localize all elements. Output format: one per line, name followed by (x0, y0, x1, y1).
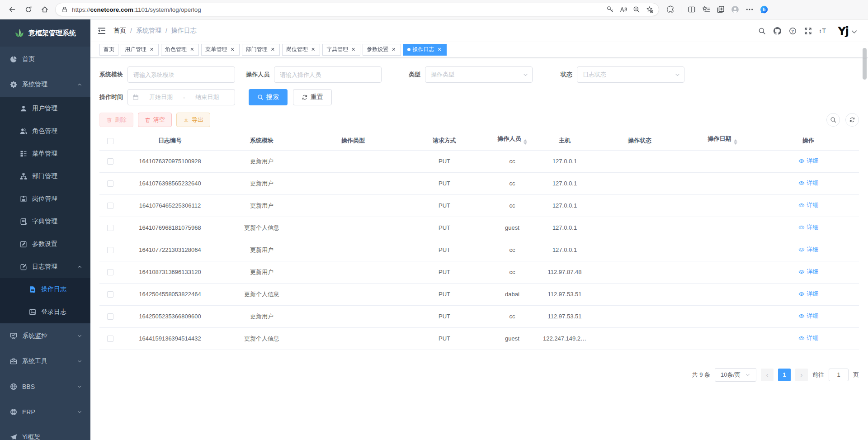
tab-2[interactable]: 用户管理✕ (121, 44, 159, 56)
reset-button[interactable]: 重置 (293, 89, 332, 105)
close-tab-icon[interactable]: ✕ (189, 47, 195, 52)
col-label: 操作日期 (708, 135, 731, 142)
row-checkbox[interactable] (107, 269, 113, 275)
close-tab-icon[interactable]: ✕ (437, 47, 443, 52)
breadcrumb-item[interactable]: 首页 (113, 27, 126, 35)
sort-carets-icon[interactable] (524, 137, 527, 147)
detail-link[interactable]: 详细 (798, 157, 819, 165)
row-checkbox[interactable] (107, 203, 113, 209)
back-button[interactable] (5, 2, 20, 17)
page-size-select[interactable]: 10条/页 (715, 368, 756, 382)
row-checkbox[interactable] (107, 247, 113, 253)
sidebar-item-role-mgmt[interactable]: 角色管理 (0, 120, 90, 142)
close-tab-icon[interactable]: ✕ (149, 47, 155, 52)
collections-icon[interactable] (717, 5, 725, 14)
date-range-picker[interactable]: 开始日期 - 结束日期 (127, 89, 235, 105)
type-select[interactable]: 操作类型 (425, 66, 533, 83)
sidebar-item-oper-log[interactable]: 操作日志 (0, 278, 90, 301)
tab-8[interactable]: 参数设置✕ (363, 44, 401, 56)
col-date[interactable]: 操作日期 (687, 132, 758, 150)
end-date-placeholder: 结束日期 (189, 93, 225, 101)
row-checkbox[interactable] (107, 313, 113, 320)
detail-link[interactable]: 详细 (798, 179, 819, 187)
tab-4[interactable]: 菜单管理✕ (201, 44, 239, 56)
col-operator[interactable]: 操作人员 (487, 132, 537, 150)
fullscreen-icon[interactable] (804, 27, 812, 35)
detail-link[interactable]: 详细 (798, 201, 819, 209)
export-button[interactable]: 导出 (176, 113, 210, 127)
row-checkbox[interactable] (107, 158, 113, 165)
calendar-icon (132, 94, 139, 100)
next-page-button[interactable]: › (795, 369, 808, 381)
detail-link[interactable]: 详细 (798, 290, 819, 298)
sidebar-item-bbs[interactable]: BBS (0, 374, 90, 399)
status-select[interactable]: 日志状态 (577, 66, 684, 83)
detail-link[interactable]: 详细 (798, 223, 819, 232)
detail-link[interactable]: 详细 (798, 268, 819, 276)
detail-link[interactable]: 详细 (798, 312, 819, 320)
split-screen-icon[interactable] (688, 5, 696, 14)
table-row: 1641076968181075968更新个人信息PUTguest127.0.0… (99, 217, 859, 239)
delete-button[interactable]: 删除 (99, 113, 133, 127)
page-number-1[interactable]: 1 (778, 369, 791, 381)
row-checkbox[interactable] (107, 180, 113, 187)
sidebar-item-yi-framework[interactable]: Yi框架 (0, 425, 90, 440)
goto-page-input[interactable] (829, 369, 849, 381)
tab-1[interactable]: 首页 (99, 44, 118, 56)
module-input[interactable] (127, 66, 235, 83)
close-tab-icon[interactable]: ✕ (391, 47, 396, 52)
detail-link[interactable]: 详细 (798, 334, 819, 342)
sidebar-item-dept-mgmt[interactable]: 部门管理 (0, 165, 90, 188)
sidebar-toggle-icon[interactable] (97, 26, 106, 35)
sort-carets-icon[interactable] (734, 137, 737, 147)
sidebar-item-dict-mgmt[interactable]: 字典管理 (0, 210, 90, 233)
sidebar-item-post-mgmt[interactable]: 岗位管理 (0, 188, 90, 210)
user-menu[interactable]: Yj (838, 25, 858, 37)
sidebar-item-param-settings[interactable]: 参数设置 (0, 233, 90, 255)
profile-icon[interactable] (731, 5, 739, 14)
sidebar-item-erp[interactable]: ERP (0, 399, 90, 425)
sidebar-item-system-mgmt[interactable]: 系统管理 (0, 72, 90, 97)
toolbar-divider (681, 5, 681, 14)
close-tab-icon[interactable]: ✕ (350, 47, 356, 52)
prev-page-button[interactable]: ‹ (761, 369, 774, 381)
select-all-checkbox[interactable] (107, 138, 113, 144)
bing-icon[interactable]: b (760, 5, 768, 14)
refresh-button[interactable] (21, 2, 36, 17)
sidebar-item-menu-mgmt[interactable]: 菜单管理 (0, 142, 90, 165)
sidebar-item-system-tools[interactable]: 系统工具 (0, 349, 90, 374)
extensions-icon[interactable] (666, 5, 675, 14)
font-size-icon[interactable]: tT (820, 27, 827, 35)
row-checkbox[interactable] (107, 291, 113, 298)
more-icon[interactable] (745, 5, 754, 14)
sidebar-item-user-mgmt[interactable]: 用户管理 (0, 97, 90, 120)
refresh-table-button[interactable] (845, 113, 859, 127)
sidebar-item-home[interactable]: 首页 (0, 47, 90, 72)
clear-button[interactable]: 清空 (138, 113, 172, 127)
tab-7[interactable]: 字典管理✕ (322, 44, 360, 56)
address-bar[interactable]: https://ccnetcore.com:1101/system/log/op… (55, 3, 659, 16)
help-icon[interactable]: ? (789, 27, 797, 35)
close-tab-icon[interactable]: ✕ (310, 47, 316, 52)
tab-9[interactable]: 操作日志✕ (403, 44, 447, 56)
close-tab-icon[interactable]: ✕ (229, 47, 235, 52)
sidebar-item-label: 岗位管理 (32, 195, 57, 203)
row-checkbox[interactable] (107, 225, 113, 231)
operator-input[interactable] (274, 66, 382, 83)
search-icon[interactable] (758, 27, 766, 35)
search-button[interactable]: 搜索 (249, 89, 288, 105)
home-button[interactable] (37, 2, 52, 17)
tab-5[interactable]: 部门管理✕ (242, 44, 280, 56)
sidebar-item-system-monitor[interactable]: 系统监控 (0, 323, 90, 349)
github-icon[interactable] (774, 27, 781, 35)
tab-6[interactable]: 岗位管理✕ (282, 44, 320, 56)
close-tab-icon[interactable]: ✕ (270, 47, 276, 52)
sidebar-item-log-mgmt[interactable]: 日志管理 (0, 255, 90, 278)
show-search-button[interactable] (826, 113, 840, 127)
tab-3[interactable]: 角色管理✕ (161, 44, 199, 56)
sidebar-item-login-log[interactable]: 登录日志 (0, 301, 90, 323)
row-checkbox[interactable] (107, 336, 113, 342)
favorites-bar-icon[interactable] (702, 5, 710, 14)
chevron-down-icon (77, 409, 82, 415)
detail-link[interactable]: 详细 (798, 246, 819, 254)
